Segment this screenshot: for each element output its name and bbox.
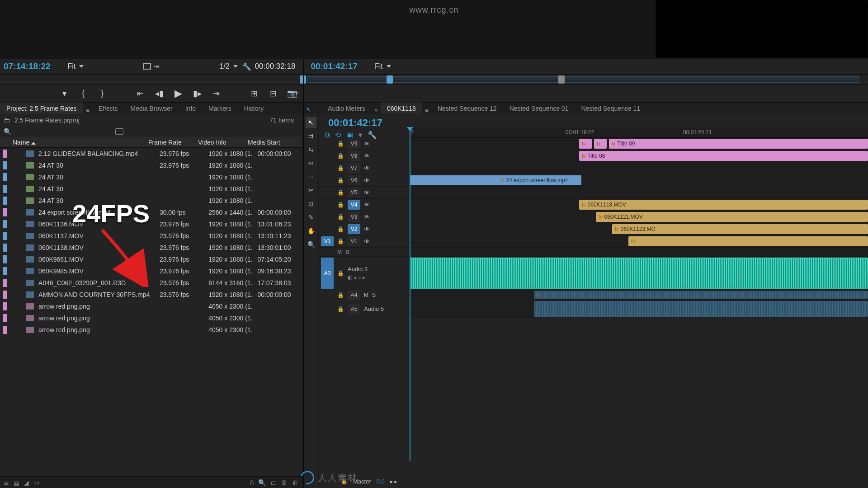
goto-out-icon[interactable]: ⇥: [211, 88, 222, 99]
track-v9[interactable]: 🔒V9👁 fx fx fxTitle 09: [319, 138, 868, 150]
track-v5[interactable]: 🔒V5👁: [319, 187, 868, 199]
insert-icon[interactable]: ⊞: [249, 88, 259, 99]
track-v6[interactable]: 🔒V6👁 fx24 export screenflow.mp4: [319, 174, 868, 187]
lock-icon[interactable]: 🔒: [337, 226, 344, 232]
rolling-tool-icon[interactable]: ⇔: [306, 158, 316, 169]
eye-icon[interactable]: 👁: [364, 202, 370, 208]
lock-icon[interactable]: 🔒: [337, 238, 344, 244]
tab-history[interactable]: History: [238, 103, 270, 114]
eye-icon[interactable]: 👁: [364, 214, 370, 221]
track-v1[interactable]: V1🔒V1👁 fx: [319, 235, 868, 248]
eye-icon[interactable]: 👁: [364, 238, 370, 245]
source-res-dropdown[interactable]: 1/2: [215, 62, 242, 70]
lock-icon[interactable]: 🔒: [337, 153, 344, 159]
track-a4[interactable]: 🔒A4MS fx: [319, 290, 868, 300]
thumb-size-icon[interactable]: ▭: [33, 479, 39, 486]
audio-clip-a3[interactable]: [410, 258, 868, 289]
table-row[interactable]: 24 AT 3023.976 fps1920 x 1080 (1.: [0, 160, 302, 171]
table-row[interactable]: A046_C062_03290P_001.R3D23.976 fps6144 x…: [0, 277, 302, 289]
overwrite-icon[interactable]: ⊟: [268, 88, 278, 99]
delete-icon[interactable]: 🗑: [292, 479, 298, 486]
source-patch-v1[interactable]: V1: [321, 236, 334, 246]
clip-060k1121[interactable]: fx060K1121.MOV: [596, 212, 868, 222]
tab-sequence-menu[interactable]: ≡: [422, 107, 431, 114]
col-videoinfo[interactable]: Video Info: [198, 139, 248, 146]
master-track[interactable]: 🔒 Master 0.0 ▸◂: [319, 474, 410, 488]
track-v3[interactable]: 🔒V3👁 fx060K1121.MOV: [319, 211, 868, 223]
tab-project[interactable]: Project: 2.5 Frame Rates: [0, 103, 83, 114]
clip-title-08[interactable]: fxTitle 08: [579, 151, 868, 161]
track-v7[interactable]: 🔒V7👁: [319, 162, 868, 174]
lock-icon[interactable]: 🔒: [337, 165, 344, 171]
safe-margins-icon[interactable]: [142, 62, 151, 71]
slip-tool-icon[interactable]: ⊟: [306, 198, 316, 209]
audio-clip-a4[interactable]: fx: [534, 291, 868, 299]
tab-media-browser[interactable]: Media Browser: [124, 103, 179, 114]
step-back-icon[interactable]: ◂▮: [154, 88, 165, 99]
zoom-tool-icon[interactable]: 🔍: [306, 239, 316, 250]
selection-tool-icon[interactable]: ↖: [306, 117, 316, 128]
table-row[interactable]: 060K9661.MOV23.976 fps1920 x 1080 (1.07:…: [0, 253, 302, 265]
eye-icon[interactable]: 👁: [364, 153, 370, 160]
track-select-tool-icon[interactable]: ⇉: [306, 131, 316, 141]
col-name[interactable]: Name: [13, 139, 148, 146]
playhead[interactable]: [410, 128, 410, 461]
step-fwd-icon[interactable]: ▮▸: [192, 88, 203, 99]
filter-bin-icon[interactable]: [115, 128, 123, 135]
lock-icon[interactable]: 🔒: [337, 306, 344, 312]
table-row[interactable]: 060K1136.MOV23.976 fps1920 x 1080 (1.13:…: [0, 218, 302, 230]
clip-screenflow[interactable]: fx24 export screenflow.mp4: [410, 175, 581, 185]
clip-title-09[interactable]: fxTitle 09: [609, 139, 868, 149]
table-row[interactable]: arrow red png.png4050 x 2300 (1.: [0, 324, 302, 336]
audio-clip-a5[interactable]: [534, 301, 868, 317]
track-v2[interactable]: 🔒V2👁 fx060K1123.MO: [319, 223, 868, 235]
auto-sequence-icon[interactable]: ⎙: [250, 479, 254, 486]
track-a5[interactable]: 🔒A5Audio 5: [319, 300, 868, 318]
lock-icon[interactable]: 🔒: [337, 292, 344, 298]
ripple-tool-icon[interactable]: ⇆: [306, 144, 316, 155]
list-view-icon[interactable]: ≣: [4, 479, 9, 486]
settings-wrench-icon[interactable]: 🔧: [242, 62, 251, 71]
output-icon[interactable]: ⇥: [151, 62, 160, 71]
track-v4[interactable]: 🔒V4👁 fx060K1118.MOV: [319, 199, 868, 211]
new-item-icon[interactable]: 🗎: [281, 479, 288, 486]
table-row[interactable]: 2.12 GLIDECAM BALANCING.mp423.976 fps192…: [0, 148, 302, 160]
lock-icon[interactable]: 🔒: [337, 214, 344, 220]
table-row[interactable]: arrow red png.png4050 x 2300 (1.: [0, 300, 302, 312]
program-scrub-handle[interactable]: [387, 75, 393, 84]
tab-nested-12[interactable]: Nested Sequence 12: [431, 103, 503, 114]
pen-tool-icon[interactable]: ✎: [306, 212, 316, 223]
tab-nested-11[interactable]: Nested Sequence 11: [575, 103, 646, 114]
lock-icon[interactable]: 🔒: [337, 177, 344, 183]
tool-select-arrow-icon[interactable]: ↖: [304, 105, 313, 114]
clip-060k1123[interactable]: fx060K1123.MO: [612, 224, 868, 234]
eye-icon[interactable]: 👁: [364, 189, 370, 196]
table-row[interactable]: AMMON AND COURNTEY 30FPS.mp423.976 fps19…: [0, 289, 302, 300]
lock-icon[interactable]: 🔒: [341, 478, 348, 484]
col-framerate[interactable]: Frame Rate: [148, 139, 198, 146]
play-icon[interactable]: ▶: [173, 88, 184, 99]
tab-effects[interactable]: Effects: [92, 103, 124, 114]
table-row[interactable]: 24 AT 301920 x 1080 (1.: [0, 183, 302, 195]
eye-icon[interactable]: 👁: [364, 141, 370, 147]
eye-icon[interactable]: 👁: [364, 226, 370, 233]
lock-icon[interactable]: 🔒: [337, 270, 344, 277]
source-patch-a3[interactable]: A3: [321, 258, 334, 289]
master-value[interactable]: 0.0: [377, 478, 385, 485]
clip-title[interactable]: fx: [594, 139, 607, 149]
track-a3[interactable]: A3 🔒 Audio 3 ◐ ◂ ○ ▸: [319, 257, 868, 290]
tab-project-menu[interactable]: ≡: [83, 107, 92, 114]
tab-audio-close[interactable]: ×: [372, 107, 381, 114]
table-row[interactable]: 060K9985.MOV23.976 fps1920 x 1080 (1.09:…: [0, 265, 302, 277]
table-row[interactable]: 060K1138.MOV23.976 fps1920 x 1080 (1.13:…: [0, 242, 302, 253]
timeline-timecode[interactable]: 00:01:42:17: [325, 117, 386, 128]
hand-tool-icon[interactable]: ✋: [306, 225, 316, 236]
search-icon[interactable]: 🔍: [4, 128, 11, 135]
eye-icon[interactable]: 👁: [364, 177, 370, 184]
add-button-icon[interactable]: +: [294, 88, 299, 99]
mark-in-icon[interactable]: ▾: [59, 88, 70, 99]
lock-icon[interactable]: 🔒: [337, 141, 344, 147]
tab-sequence-active[interactable]: 060K1118: [381, 103, 422, 114]
lock-icon[interactable]: 🔒: [337, 202, 344, 208]
in-bracket-icon[interactable]: {: [78, 88, 89, 99]
